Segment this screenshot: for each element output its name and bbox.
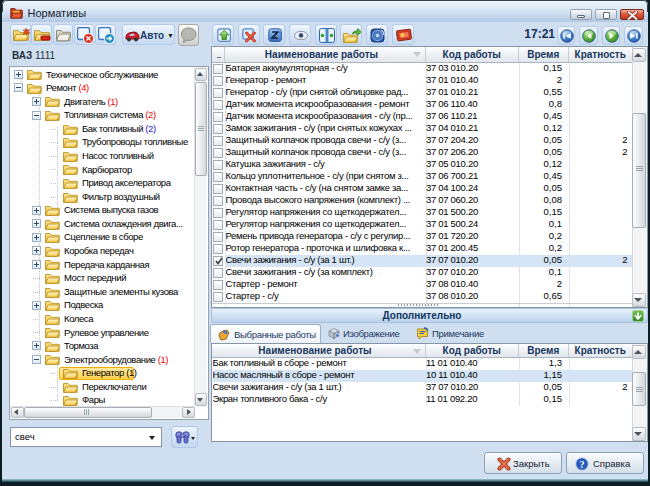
svg-text:?: ? — [580, 459, 585, 470]
